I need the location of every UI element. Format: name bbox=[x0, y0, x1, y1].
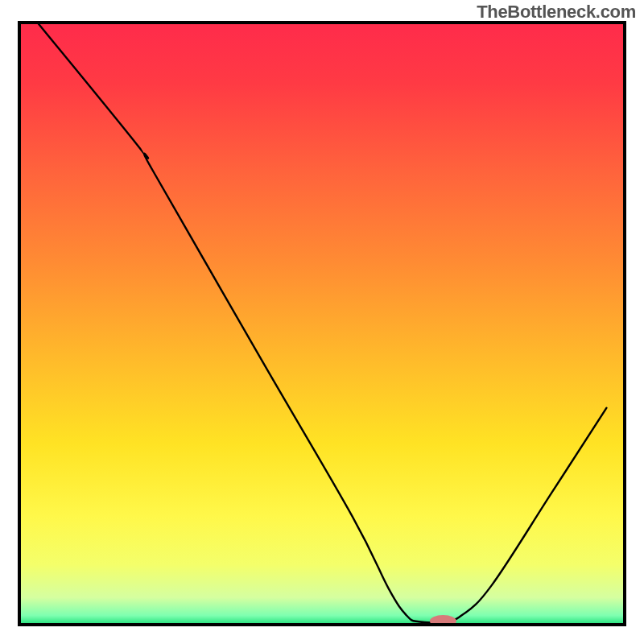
chart-canvas bbox=[0, 0, 644, 644]
watermark-text: TheBottleneck.com bbox=[477, 2, 636, 23]
bottleneck-chart: TheBottleneck.com bbox=[0, 0, 644, 644]
